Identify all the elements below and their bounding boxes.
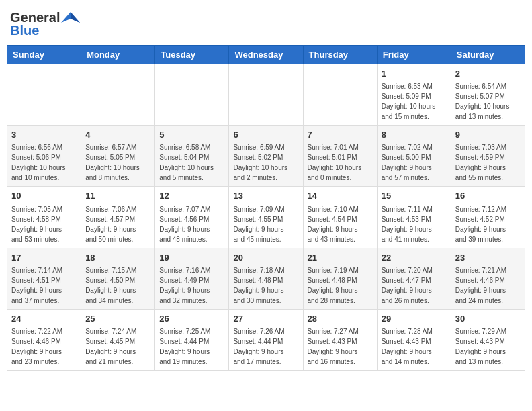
calendar-week-row: 17Sunrise: 7:14 AM Sunset: 4:51 PM Dayli… [7, 248, 525, 309]
col-header-thursday: Thursday [303, 46, 377, 64]
day-info: Sunrise: 6:53 AM Sunset: 5:09 PM Dayligh… [382, 81, 447, 122]
day-info: Sunrise: 7:28 AM Sunset: 4:43 PM Dayligh… [382, 326, 447, 367]
calendar-cell: 24Sunrise: 7:22 AM Sunset: 4:46 PM Dayli… [7, 309, 81, 370]
day-number: 22 [382, 252, 447, 264]
day-info: Sunrise: 6:56 AM Sunset: 5:06 PM Dayligh… [11, 142, 77, 183]
calendar-cell: 28Sunrise: 7:27 AM Sunset: 4:43 PM Dayli… [303, 309, 377, 370]
calendar-cell [7, 64, 81, 126]
calendar-cell: 8Sunrise: 7:02 AM Sunset: 5:00 PM Daylig… [377, 126, 451, 187]
day-info: Sunrise: 7:20 AM Sunset: 4:47 PM Dayligh… [382, 265, 447, 306]
calendar-cell [81, 64, 155, 126]
day-info: Sunrise: 7:27 AM Sunset: 4:43 PM Dayligh… [308, 326, 373, 367]
col-header-friday: Friday [377, 46, 451, 64]
day-info: Sunrise: 6:57 AM Sunset: 5:05 PM Dayligh… [85, 142, 150, 183]
calendar-cell: 17Sunrise: 7:14 AM Sunset: 4:51 PM Dayli… [7, 248, 81, 309]
calendar-table: SundayMondayTuesdayWednesdayThursdayFrid… [7, 45, 525, 371]
calendar-cell: 23Sunrise: 7:21 AM Sunset: 4:46 PM Dayli… [451, 248, 525, 309]
day-number: 1 [382, 68, 447, 80]
col-header-monday: Monday [81, 46, 155, 64]
calendar-cell [155, 64, 229, 126]
day-number: 16 [455, 190, 521, 202]
day-number: 15 [382, 190, 447, 202]
day-number: 29 [382, 313, 447, 325]
day-info: Sunrise: 7:09 AM Sunset: 4:55 PM Dayligh… [233, 204, 298, 244]
calendar-cell: 20Sunrise: 7:18 AM Sunset: 4:48 PM Dayli… [229, 248, 303, 309]
day-number: 30 [455, 313, 521, 325]
calendar-cell: 2Sunrise: 6:54 AM Sunset: 5:07 PM Daylig… [451, 64, 525, 126]
logo-bird-icon [61, 11, 80, 26]
calendar-cell: 15Sunrise: 7:11 AM Sunset: 4:53 PM Dayli… [377, 187, 451, 248]
day-info: Sunrise: 7:11 AM Sunset: 4:53 PM Dayligh… [382, 204, 447, 244]
calendar-cell: 22Sunrise: 7:20 AM Sunset: 4:47 PM Dayli… [377, 248, 451, 309]
day-info: Sunrise: 7:07 AM Sunset: 4:56 PM Dayligh… [159, 204, 224, 244]
page-header: General Blue [7, 7, 525, 38]
calendar-week-row: 24Sunrise: 7:22 AM Sunset: 4:46 PM Dayli… [7, 309, 525, 370]
day-number: 8 [382, 129, 447, 141]
day-number: 23 [455, 252, 521, 264]
day-number: 17 [11, 252, 77, 264]
day-number: 20 [233, 252, 298, 264]
day-number: 9 [455, 129, 521, 141]
day-info: Sunrise: 6:59 AM Sunset: 5:02 PM Dayligh… [233, 142, 298, 183]
calendar-cell: 1Sunrise: 6:53 AM Sunset: 5:09 PM Daylig… [377, 64, 451, 126]
calendar-cell: 10Sunrise: 7:05 AM Sunset: 4:58 PM Dayli… [7, 187, 81, 248]
logo-blue-text: Blue [10, 23, 39, 38]
calendar-cell: 11Sunrise: 7:06 AM Sunset: 4:57 PM Dayli… [81, 187, 155, 248]
calendar-cell [229, 64, 303, 126]
calendar-week-row: 1Sunrise: 6:53 AM Sunset: 5:09 PM Daylig… [7, 64, 525, 126]
day-info: Sunrise: 7:24 AM Sunset: 4:45 PM Dayligh… [85, 326, 150, 367]
day-number: 7 [308, 129, 373, 141]
calendar-cell: 21Sunrise: 7:19 AM Sunset: 4:48 PM Dayli… [303, 248, 377, 309]
calendar-week-row: 10Sunrise: 7:05 AM Sunset: 4:58 PM Dayli… [7, 187, 525, 248]
day-number: 19 [159, 252, 224, 264]
calendar-cell: 19Sunrise: 7:16 AM Sunset: 4:49 PM Dayli… [155, 248, 229, 309]
calendar-cell: 16Sunrise: 7:12 AM Sunset: 4:52 PM Dayli… [451, 187, 525, 248]
day-info: Sunrise: 7:19 AM Sunset: 4:48 PM Dayligh… [308, 265, 373, 306]
day-info: Sunrise: 7:29 AM Sunset: 4:43 PM Dayligh… [455, 326, 521, 367]
day-number: 5 [159, 129, 224, 141]
col-header-saturday: Saturday [451, 46, 525, 64]
day-number: 12 [159, 190, 224, 202]
calendar-cell: 4Sunrise: 6:57 AM Sunset: 5:05 PM Daylig… [81, 126, 155, 187]
calendar-cell: 25Sunrise: 7:24 AM Sunset: 4:45 PM Dayli… [81, 309, 155, 370]
calendar-cell: 13Sunrise: 7:09 AM Sunset: 4:55 PM Dayli… [229, 187, 303, 248]
calendar-cell: 9Sunrise: 7:03 AM Sunset: 4:59 PM Daylig… [451, 126, 525, 187]
col-header-wednesday: Wednesday [229, 46, 303, 64]
calendar-header-row: SundayMondayTuesdayWednesdayThursdayFrid… [7, 46, 525, 64]
day-number: 26 [159, 313, 224, 325]
day-number: 4 [85, 129, 150, 141]
day-info: Sunrise: 7:25 AM Sunset: 4:44 PM Dayligh… [159, 326, 224, 367]
day-info: Sunrise: 7:05 AM Sunset: 4:58 PM Dayligh… [11, 204, 77, 244]
calendar-cell [303, 64, 377, 126]
day-number: 11 [85, 190, 150, 202]
calendar-cell: 7Sunrise: 7:01 AM Sunset: 5:01 PM Daylig… [303, 126, 377, 187]
day-number: 18 [85, 252, 150, 264]
day-info: Sunrise: 7:16 AM Sunset: 4:49 PM Dayligh… [159, 265, 224, 306]
day-number: 10 [11, 190, 77, 202]
day-info: Sunrise: 7:22 AM Sunset: 4:46 PM Dayligh… [11, 326, 77, 367]
calendar-cell: 5Sunrise: 6:58 AM Sunset: 5:04 PM Daylig… [155, 126, 229, 187]
day-info: Sunrise: 7:12 AM Sunset: 4:52 PM Dayligh… [455, 204, 521, 244]
day-info: Sunrise: 7:06 AM Sunset: 4:57 PM Dayligh… [85, 204, 150, 244]
calendar-cell: 18Sunrise: 7:15 AM Sunset: 4:50 PM Dayli… [81, 248, 155, 309]
calendar-cell: 30Sunrise: 7:29 AM Sunset: 4:43 PM Dayli… [451, 309, 525, 370]
calendar-cell: 12Sunrise: 7:07 AM Sunset: 4:56 PM Dayli… [155, 187, 229, 248]
calendar-cell: 3Sunrise: 6:56 AM Sunset: 5:06 PM Daylig… [7, 126, 81, 187]
day-number: 27 [233, 313, 298, 325]
day-number: 13 [233, 190, 298, 202]
calendar-cell: 27Sunrise: 7:26 AM Sunset: 4:44 PM Dayli… [229, 309, 303, 370]
day-number: 25 [85, 313, 150, 325]
day-number: 3 [11, 129, 77, 141]
day-number: 28 [308, 313, 373, 325]
day-info: Sunrise: 7:14 AM Sunset: 4:51 PM Dayligh… [11, 265, 77, 306]
logo: General Blue [10, 10, 80, 38]
col-header-sunday: Sunday [7, 46, 81, 64]
day-number: 6 [233, 129, 298, 141]
col-header-tuesday: Tuesday [155, 46, 229, 64]
day-info: Sunrise: 7:18 AM Sunset: 4:48 PM Dayligh… [233, 265, 298, 306]
day-info: Sunrise: 6:54 AM Sunset: 5:07 PM Dayligh… [455, 81, 521, 122]
day-number: 24 [11, 313, 77, 325]
day-info: Sunrise: 7:02 AM Sunset: 5:00 PM Dayligh… [382, 142, 447, 183]
day-info: Sunrise: 7:03 AM Sunset: 4:59 PM Dayligh… [455, 142, 521, 183]
calendar-cell: 26Sunrise: 7:25 AM Sunset: 4:44 PM Dayli… [155, 309, 229, 370]
